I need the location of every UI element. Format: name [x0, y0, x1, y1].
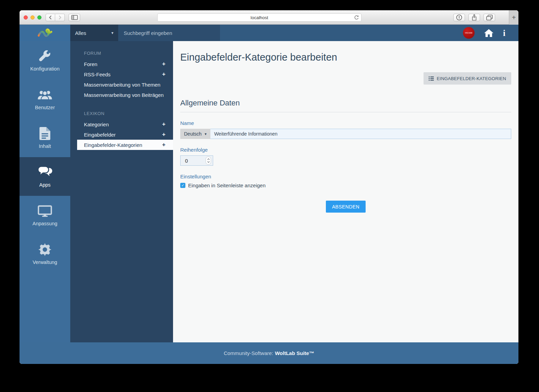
minimize-window-button[interactable] — [30, 15, 35, 20]
main-sidebar: Konfiguration Benutzer — [20, 41, 70, 342]
add-icon[interactable]: + — [162, 121, 166, 128]
wrench-icon — [38, 49, 51, 63]
sidebar-item-label: Apps — [39, 182, 50, 188]
language-dropdown[interactable]: Deutsch ▾ — [180, 129, 210, 139]
close-window-button[interactable] — [24, 15, 28, 20]
sidebar-item-anpassung[interactable]: Anpassung — [20, 196, 70, 235]
checkbox-label: Eingaben in Seitenleiste anzeigen — [188, 182, 266, 188]
avatar-text: V6CODE — [465, 32, 473, 34]
name-field-label: Name — [180, 120, 511, 126]
sidebar-item-label: Inhalt — [39, 143, 51, 149]
plus-icon: + — [512, 14, 516, 22]
sidebar-checkbox[interactable]: ✓ — [180, 183, 185, 188]
gear-icon — [38, 243, 51, 256]
sidebar-item-benutzer[interactable]: Benutzer — [20, 80, 70, 118]
add-icon[interactable]: + — [162, 131, 166, 138]
language-value: Deutsch — [184, 131, 201, 137]
user-avatar[interactable]: V6CODE — [463, 27, 475, 39]
apps-submenu: FORUM Foren + RSS-Feeds + Massenverarbei… — [70, 41, 173, 342]
order-field-label: Reihenfolge — [180, 147, 511, 153]
home-icon[interactable] — [484, 29, 493, 37]
chevron-down-icon: ▾ — [111, 30, 113, 35]
scope-value: Alles — [75, 30, 86, 36]
page-footer: Community-Software: WoltLab Suite™ — [20, 342, 518, 364]
list-button-label: EINGABEFELDER-KATEGORIEN — [437, 76, 506, 81]
content-area: Eingabefelder-Kategorie bearbeiten EINGA… — [173, 41, 518, 342]
menu-item-foren[interactable]: Foren + — [70, 59, 173, 69]
settings-field-label: Einstellungen — [180, 174, 511, 179]
tabs-icon — [486, 15, 493, 21]
eingabefelder-kategorien-list-button[interactable]: EINGABEFELDER-KATEGORIEN — [424, 72, 512, 85]
sidebar-item-label: Verwaltung — [33, 260, 57, 265]
back-button[interactable] — [46, 14, 55, 21]
url-text: localhost — [250, 15, 268, 20]
sidebar-item-apps[interactable]: Apps — [20, 157, 70, 196]
add-icon[interactable]: + — [162, 61, 166, 67]
info-icon[interactable]: i — [503, 29, 505, 37]
order-input[interactable] — [181, 158, 199, 164]
footer-brand: WoltLab Suite™ — [275, 350, 314, 356]
menu-section-lexikon: LEXIKON — [70, 106, 173, 119]
menu-item-rss-feeds[interactable]: RSS-Feeds + — [70, 69, 173, 79]
menu-item-label: Massenverarbeitung von Themen — [84, 82, 160, 88]
share-button[interactable] — [468, 14, 480, 21]
menu-item-kategorien[interactable]: Kategorien + — [70, 119, 173, 129]
chevron-down-icon: ▾ — [205, 132, 207, 136]
password-manager-button[interactable] — [453, 14, 465, 21]
browser-toolbar: localhost — [20, 10, 518, 25]
section-title: Allgemeine Daten — [180, 99, 511, 112]
browser-window: localhost — [20, 10, 518, 364]
menu-item-label: Kategorien — [84, 122, 109, 127]
menu-item-eingabefelder-kategorien[interactable]: Eingabefelder-Kategorien + — [77, 140, 173, 150]
zoom-window-button[interactable] — [37, 15, 41, 20]
comments-icon — [37, 165, 53, 179]
menu-item-massenverarbeitung-beitraege[interactable]: Massenverarbeitung von Beiträgen — [70, 90, 173, 100]
menu-item-label: Eingabefelder-Kategorien — [84, 142, 142, 148]
submit-button[interactable]: ABSENDEN — [326, 201, 366, 213]
sidebar-item-inhalt[interactable]: Inhalt — [20, 118, 70, 157]
menu-item-massenverarbeitung-themen[interactable]: Massenverarbeitung von Themen — [70, 79, 173, 90]
footer-text: Community-Software: — [224, 350, 273, 356]
new-tab-button[interactable]: + — [509, 10, 518, 25]
search-area — [118, 25, 220, 41]
search-input[interactable] — [118, 30, 220, 36]
sidebar-item-konfiguration[interactable]: Konfiguration — [20, 41, 70, 80]
list-icon — [429, 76, 434, 81]
sidebar-item-label: Konfiguration — [30, 66, 59, 72]
check-icon: ✓ — [181, 183, 184, 188]
menu-item-eingabefelder[interactable]: Eingabefelder + — [70, 129, 173, 140]
add-icon[interactable]: + — [162, 141, 166, 148]
file-icon — [39, 127, 50, 140]
chevron-left-icon — [49, 15, 52, 20]
sidebar-item-label: Anpassung — [33, 221, 58, 226]
menu-item-label: Massenverarbeitung von Beiträgen — [84, 92, 164, 98]
chevron-right-icon — [58, 15, 62, 20]
reload-icon[interactable] — [354, 15, 359, 20]
menu-item-label: Foren — [84, 61, 97, 67]
sidebar-item-verwaltung[interactable]: Verwaltung — [20, 235, 70, 273]
menu-item-label: Eingabefelder — [84, 132, 116, 138]
forward-button[interactable] — [55, 14, 65, 21]
acp-header: Alles ▾ V6CODE i — [20, 25, 518, 41]
sidebar-toggle-button[interactable] — [69, 14, 80, 21]
number-stepper[interactable] — [206, 156, 211, 165]
menu-item-label: RSS-Feeds — [84, 72, 111, 77]
tab-overview-button[interactable] — [483, 14, 495, 21]
address-bar[interactable]: localhost — [157, 13, 362, 22]
name-input[interactable] — [210, 129, 511, 139]
keyhole-circle-icon — [456, 14, 463, 21]
woltlab-logo-icon — [37, 27, 53, 39]
share-icon — [471, 14, 477, 21]
search-scope-dropdown[interactable]: Alles ▾ — [70, 25, 118, 41]
users-icon — [37, 88, 52, 102]
add-icon[interactable]: + — [162, 71, 166, 78]
sidebar-item-label: Benutzer — [35, 105, 55, 110]
logo-area[interactable] — [20, 25, 70, 41]
menu-section-forum: FORUM — [70, 46, 173, 59]
sidebar-toggle-icon — [71, 15, 78, 20]
traffic-lights — [24, 15, 41, 20]
page-title: Eingabefelder-Kategorie bearbeiten — [180, 52, 511, 63]
monitor-icon — [38, 204, 52, 218]
